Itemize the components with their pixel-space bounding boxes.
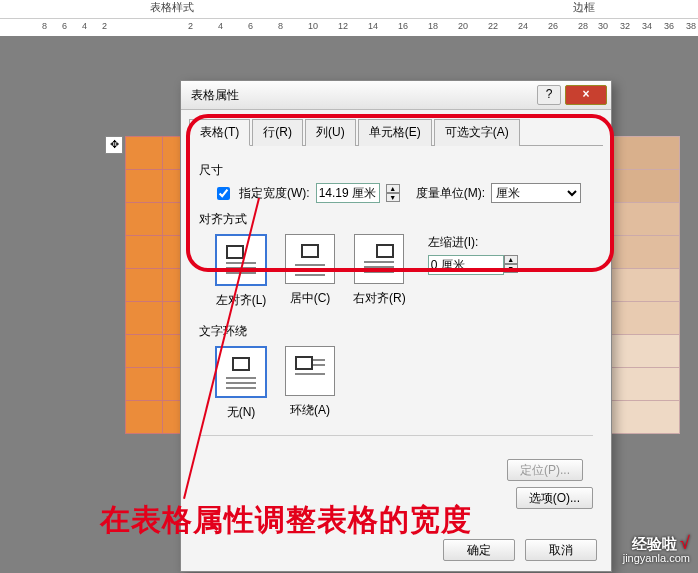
unit-select[interactable]: 厘米: [491, 183, 581, 203]
dialog-titlebar[interactable]: 表格属性 ? ×: [181, 81, 611, 110]
align-right-label: 右对齐(R): [353, 290, 406, 307]
cancel-button[interactable]: 取消: [525, 539, 597, 561]
dialog-tabs: 表格(T) 行(R) 列(U) 单元格(E) 可选文字(A): [189, 118, 603, 146]
spin-up-icon[interactable]: ▲: [386, 184, 400, 193]
ribbon-group-labels: 表格样式 边框: [0, 0, 698, 18]
background-table-right: [610, 136, 680, 433]
align-left-label: 左对齐(L): [215, 292, 267, 309]
spin-down-icon[interactable]: ▼: [386, 193, 400, 202]
watermark: 经验啦 √ jingyanla.com: [623, 537, 690, 565]
ribbon-label-table-style: 表格样式: [150, 0, 194, 15]
tab-column[interactable]: 列(U): [305, 119, 356, 146]
indent-label: 左缩进(I):: [428, 234, 518, 251]
align-right-option[interactable]: 右对齐(R): [353, 234, 406, 309]
indent-spinner[interactable]: ▲▼: [504, 255, 518, 275]
indent-input[interactable]: [428, 255, 504, 275]
align-center-option[interactable]: 居中(C): [285, 234, 335, 309]
alignment-group-label: 对齐方式: [199, 211, 593, 228]
align-left-option[interactable]: 左对齐(L): [215, 234, 267, 309]
wrap-around-label: 环绕(A): [285, 402, 335, 419]
spin-up-icon[interactable]: ▲: [504, 255, 518, 264]
separator: [199, 435, 593, 436]
positioning-button: 定位(P)...: [507, 459, 583, 481]
help-button[interactable]: ?: [537, 85, 561, 105]
wrap-around-option[interactable]: 环绕(A): [285, 346, 335, 421]
table-move-handle[interactable]: ✥: [105, 136, 123, 154]
wrap-group-label: 文字环绕: [199, 323, 593, 340]
check-icon: √: [680, 533, 690, 553]
wrap-none-option[interactable]: 无(N): [215, 346, 267, 421]
ribbon-label-border: 边框: [573, 0, 595, 15]
tab-cell[interactable]: 单元格(E): [358, 119, 432, 146]
dialog-title: 表格属性: [191, 87, 537, 104]
close-button[interactable]: ×: [565, 85, 607, 105]
width-input[interactable]: [316, 183, 380, 203]
tab-row[interactable]: 行(R): [252, 119, 303, 146]
table-properties-dialog: 表格属性 ? × 表格(T) 行(R) 列(U) 单元格(E) 可选文字(A) …: [180, 80, 612, 572]
tab-alt-text[interactable]: 可选文字(A): [434, 119, 520, 146]
annotation-text: 在表格属性调整表格的宽度: [100, 500, 472, 541]
align-center-label: 居中(C): [285, 290, 335, 307]
spin-down-icon[interactable]: ▼: [504, 264, 518, 273]
wrap-none-label: 无(N): [215, 404, 267, 421]
specify-width-checkbox[interactable]: [217, 187, 230, 200]
options-button[interactable]: 选项(O)...: [516, 487, 593, 509]
horizontal-ruler[interactable]: 8642 2468 10121416 18202224 26283032 343…: [0, 18, 698, 38]
size-group-label: 尺寸: [199, 162, 593, 179]
tab-table[interactable]: 表格(T): [189, 119, 250, 146]
ok-button[interactable]: 确定: [443, 539, 515, 561]
specify-width-label: 指定宽度(W):: [239, 185, 310, 202]
tab-panel-table: 尺寸 指定宽度(W): ▲▼ 度量单位(M): 厘米 对齐方式 左对齐(L) 居…: [181, 146, 611, 460]
width-spinner[interactable]: ▲▼: [386, 184, 400, 202]
unit-label: 度量单位(M):: [416, 185, 485, 202]
